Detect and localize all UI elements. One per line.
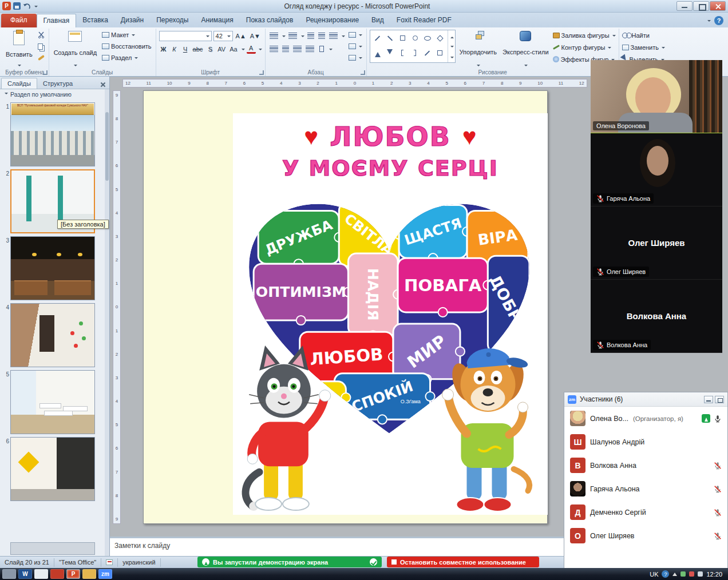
increase-indent-button[interactable] (317, 31, 326, 41)
video-tile[interactable]: Гаряча Альона (591, 133, 722, 206)
line-shape-icon[interactable] (375, 35, 380, 41)
participants-header[interactable]: zm Участники (6) (564, 392, 727, 407)
minimize-ribbon-icon[interactable] (707, 20, 711, 23)
align-right-button[interactable] (292, 44, 303, 54)
align-left-button[interactable] (268, 44, 279, 54)
qat-dropdown-icon[interactable] (34, 6, 38, 9)
tab-insert[interactable]: Вставка (76, 14, 114, 27)
slide-thumbnail-7-partial[interactable] (10, 542, 95, 555)
character-spacing-button[interactable]: AV (216, 44, 227, 54)
circle-shape-icon[interactable] (413, 35, 418, 41)
tab-transitions[interactable]: Переходы (150, 14, 195, 27)
convert-smartart-button[interactable] (347, 53, 363, 63)
section-header[interactable]: Раздел по умолчанию (0, 89, 109, 100)
layout-button[interactable]: Макет (101, 30, 152, 40)
line-shape-icon[interactable] (387, 35, 393, 41)
language-indicator[interactable]: украинский (118, 558, 160, 567)
participants-minimize-button[interactable] (704, 396, 713, 403)
italic-button[interactable]: К (170, 44, 179, 54)
bullets-button[interactable] (268, 31, 279, 41)
tray-volume-icon[interactable] (698, 571, 703, 577)
tab-slideshow[interactable]: Показ слайдов (240, 14, 300, 27)
replace-button[interactable]: Заменить (622, 42, 665, 53)
slide-thumbnail-6[interactable]: 6 (2, 437, 108, 501)
paste-button[interactable]: Вставить (4, 30, 34, 68)
participants-restore-button[interactable] (715, 396, 724, 403)
shape-outline-button[interactable]: Контур фигуры (553, 42, 616, 53)
find-button[interactable]: Найти (622, 30, 665, 41)
line-spacing-button[interactable] (328, 31, 339, 41)
taskbar-app-button[interactable] (2, 569, 16, 579)
align-text-button[interactable] (347, 41, 363, 51)
maximize-button[interactable] (693, 1, 709, 11)
tray-status-icon[interactable] (680, 571, 686, 577)
participant-row[interactable]: ВВолкова Анна (564, 454, 727, 477)
clock[interactable]: 12:20 (706, 571, 722, 578)
video-tile[interactable]: Олег ШиряевОлег Ширяев (591, 206, 722, 280)
justify-button[interactable] (304, 44, 315, 54)
bracket-shape-icon[interactable] (414, 50, 416, 56)
triangle-up-shape-icon[interactable] (375, 49, 381, 57)
text-direction-button[interactable] (347, 30, 363, 40)
taskbar-app-button[interactable]: W (18, 569, 32, 579)
columns-button[interactable] (317, 44, 326, 54)
help-icon[interactable]: ? (714, 16, 723, 25)
reset-button[interactable]: Восстановить (101, 41, 152, 51)
minimize-button[interactable] (676, 1, 693, 11)
tab-review[interactable]: Рецензирование (299, 14, 365, 27)
shape-fill-button[interactable]: Заливка фигуры (553, 30, 616, 41)
close-button[interactable] (710, 1, 726, 11)
spellcheck-indicator[interactable] (101, 558, 118, 567)
numbering-button[interactable] (287, 31, 298, 41)
stop-share-button[interactable]: Остановить совместное использование (387, 557, 539, 567)
slide-thumbnail-3[interactable]: 3 (2, 236, 108, 300)
shapes-scroll[interactable] (448, 30, 455, 62)
taskbar-app-button[interactable]: P (66, 569, 80, 579)
tab-outline[interactable]: Структура (37, 78, 78, 89)
tab-animations[interactable]: Анимация (195, 14, 239, 27)
video-tile[interactable]: Олена Воронова (591, 60, 722, 133)
arrow-shape-icon[interactable] (425, 50, 430, 55)
tray-record-icon[interactable] (689, 571, 694, 577)
rectangle-shape-icon[interactable] (400, 35, 405, 41)
grow-font-button[interactable]: A▲ (235, 31, 247, 41)
participant-row[interactable]: Гаряча Альона (564, 477, 727, 500)
panel-close-icon[interactable] (99, 81, 107, 89)
strikethrough-button[interactable]: abc (192, 44, 204, 54)
participant-row[interactable]: Олена Во...(Организатор, я) (564, 407, 727, 430)
underline-button[interactable]: Ч (181, 44, 190, 54)
font-name-combo[interactable] (159, 31, 212, 41)
video-tile[interactable]: Волкова АннаВолкова Анна (591, 280, 722, 353)
shapes-gallery[interactable] (370, 30, 456, 63)
taskbar-app-button[interactable] (82, 569, 96, 579)
frame-shape-icon[interactable] (437, 50, 442, 55)
slide-thumbnail-4[interactable]: 4 (2, 303, 108, 367)
language-switcher[interactable]: UK (650, 571, 658, 578)
tab-foxit[interactable]: Foxit Reader PDF (390, 14, 458, 27)
change-case-button[interactable]: Aa (228, 44, 238, 54)
ellipse-shape-icon[interactable] (424, 36, 431, 41)
slide-thumbnail-1[interactable]: 1 ВСП "Путивльський фаховий коледж Сумсь… (2, 102, 108, 166)
undo-icon[interactable] (23, 3, 31, 10)
new-slide-button[interactable]: Создать слайд (52, 30, 98, 68)
bracket-shape-icon[interactable] (401, 50, 403, 56)
font-color-button[interactable]: А (247, 44, 256, 54)
copy-button[interactable] (37, 41, 46, 51)
font-size-combo[interactable]: 42 (213, 31, 233, 41)
slide-editing-area[interactable]: ♥ ЛЮБОВ ♥ У МОЄМУ СЕРЦІ ДРУЖБАСВІТЛАЩАСТ… (143, 90, 548, 524)
arrange-button[interactable]: Упорядочить (458, 30, 498, 68)
cut-button[interactable] (37, 30, 46, 40)
text-shadow-button[interactable]: S (205, 44, 215, 54)
taskbar-app-button[interactable] (34, 569, 48, 579)
tab-file[interactable]: Файл (1, 14, 37, 27)
bold-button[interactable]: Ж (159, 44, 168, 54)
save-icon[interactable] (13, 2, 21, 10)
participant-row[interactable]: ШШалунов Андрій (564, 430, 727, 454)
hidden-icons-arrow[interactable] (672, 570, 677, 576)
align-center-button[interactable] (281, 44, 290, 54)
slide-thumbnail-5[interactable]: 5 (2, 370, 108, 434)
taskbar-app-button[interactable]: zm (98, 569, 112, 579)
decrease-indent-button[interactable] (306, 31, 315, 41)
shrink-font-button[interactable]: A▼ (249, 31, 262, 41)
tab-home[interactable]: Главная (37, 14, 77, 27)
